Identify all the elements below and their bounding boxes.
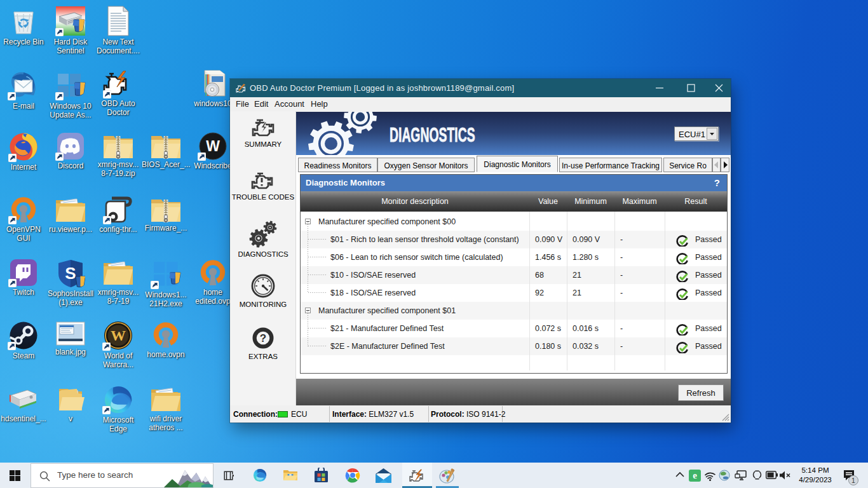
svg-text:W: W bbox=[206, 138, 220, 154]
svg-text:W: W bbox=[111, 327, 126, 344]
svg-text:?: ? bbox=[260, 332, 266, 344]
svg-text:S: S bbox=[65, 264, 76, 283]
